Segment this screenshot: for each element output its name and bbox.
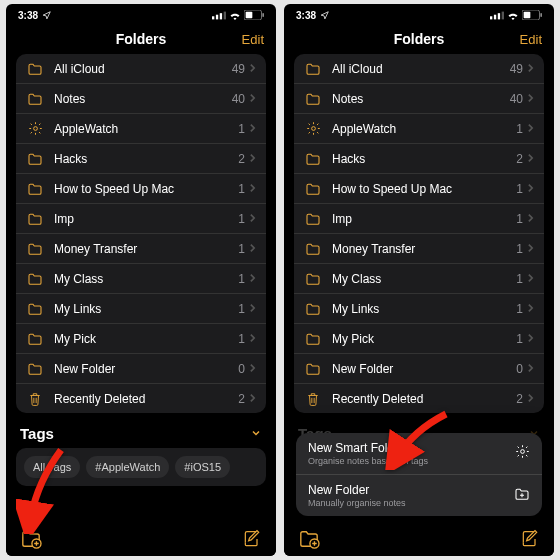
svg-point-19: [521, 450, 525, 454]
folder-icon: [26, 92, 44, 106]
folder-row[interactable]: New Folder0: [16, 354, 266, 384]
folder-row[interactable]: My Pick1: [294, 324, 544, 354]
folder-row[interactable]: My Links1: [16, 294, 266, 324]
svg-rect-5: [246, 12, 253, 19]
folder-count: 1: [516, 242, 523, 256]
folder-count: 1: [238, 122, 245, 136]
folder-icon: [26, 302, 44, 316]
chevron-right-icon: [249, 362, 256, 376]
folder-name: Imp: [54, 212, 238, 226]
wifi-icon: [507, 11, 519, 20]
edit-button[interactable]: Edit: [242, 32, 264, 47]
folder-row[interactable]: Money Transfer1: [16, 234, 266, 264]
svg-point-7: [33, 127, 37, 131]
edit-button[interactable]: Edit: [520, 32, 542, 47]
menu-new-folder[interactable]: New FolderManually organise notes: [296, 475, 542, 516]
folder-count: 1: [516, 272, 523, 286]
menu-item-subtitle: Organise notes based on tags: [308, 456, 428, 466]
folder-row[interactable]: My Class1: [294, 264, 544, 294]
svg-rect-6: [262, 13, 264, 17]
tag-pill[interactable]: #AppleWatch: [86, 456, 169, 478]
folder-count: 2: [238, 152, 245, 166]
chevron-right-icon: [249, 122, 256, 136]
folder-icon: [304, 362, 322, 376]
trash-icon: [26, 391, 44, 407]
new-folder-button[interactable]: [20, 529, 42, 549]
folder-row[interactable]: Recently Deleted2: [16, 384, 266, 413]
folder-count: 0: [516, 362, 523, 376]
folders-list: All iCloud49Notes40AppleWatch1Hacks2How …: [294, 54, 544, 413]
folder-count: 1: [516, 212, 523, 226]
folder-name: My Class: [54, 272, 238, 286]
tag-pill[interactable]: All Tags: [24, 456, 80, 478]
folder-row[interactable]: AppleWatch1: [294, 114, 544, 144]
folder-row[interactable]: Imp1: [294, 204, 544, 234]
folder-row[interactable]: Notes40: [294, 84, 544, 114]
folder-name: My Links: [54, 302, 238, 316]
tag-pill[interactable]: #iOS15: [175, 456, 230, 478]
folder-row[interactable]: Imp1: [16, 204, 266, 234]
tags-header[interactable]: Tags: [6, 413, 276, 448]
folder-count: 49: [232, 62, 245, 76]
chevron-right-icon: [249, 212, 256, 226]
svg-rect-1: [216, 14, 218, 19]
folder-name: My Pick: [54, 332, 238, 346]
folder-row[interactable]: Hacks2: [16, 144, 266, 174]
folder-count: 1: [516, 302, 523, 316]
folder-row[interactable]: Recently Deleted2: [294, 384, 544, 413]
chevron-right-icon: [527, 272, 534, 286]
chevron-right-icon: [527, 392, 534, 406]
menu-new-smart-folder[interactable]: New Smart FolderOrganise notes based on …: [296, 433, 542, 475]
folder-plus-icon: [514, 487, 530, 505]
chevron-right-icon: [249, 242, 256, 256]
folder-row[interactable]: My Class1: [16, 264, 266, 294]
gear-icon: [304, 121, 322, 136]
tags-title: Tags: [20, 425, 54, 442]
location-icon: [320, 11, 329, 20]
chevron-right-icon: [249, 92, 256, 106]
folder-row[interactable]: My Links1: [294, 294, 544, 324]
folder-count: 1: [238, 302, 245, 316]
folder-row[interactable]: All iCloud49: [294, 54, 544, 84]
folder-name: Hacks: [54, 152, 238, 166]
folder-row[interactable]: Notes40: [16, 84, 266, 114]
folder-row[interactable]: How to Speed Up Mac1: [294, 174, 544, 204]
folder-icon: [26, 182, 44, 196]
folder-row[interactable]: Money Transfer1: [294, 234, 544, 264]
battery-icon: [244, 10, 264, 20]
folder-count: 40: [510, 92, 523, 106]
folder-row[interactable]: AppleWatch1: [16, 114, 266, 144]
folder-name: Notes: [54, 92, 232, 106]
svg-rect-2: [220, 13, 222, 19]
folder-name: New Folder: [332, 362, 516, 376]
chevron-down-icon: [250, 425, 262, 442]
folder-name: All iCloud: [54, 62, 232, 76]
folder-row[interactable]: Hacks2: [294, 144, 544, 174]
folder-name: AppleWatch: [54, 122, 238, 136]
phone-right: 3:38 Folders Edit All iCloud49Notes40App…: [284, 4, 554, 556]
chevron-right-icon: [527, 302, 534, 316]
folder-icon: [304, 92, 322, 106]
folder-row[interactable]: How to Speed Up Mac1: [16, 174, 266, 204]
folder-row[interactable]: My Pick1: [16, 324, 266, 354]
phone-left: 3:38 Folders Edit All iCloud49Notes40App…: [6, 4, 276, 556]
status-time: 3:38: [296, 10, 316, 21]
svg-rect-17: [540, 13, 542, 17]
svg-rect-12: [494, 14, 496, 19]
folder-icon: [304, 62, 322, 76]
folder-name: New Folder: [54, 362, 238, 376]
chevron-right-icon: [249, 332, 256, 346]
folder-icon: [304, 212, 322, 226]
compose-button[interactable]: [242, 529, 262, 549]
chevron-right-icon: [527, 332, 534, 346]
status-time: 3:38: [18, 10, 38, 21]
folder-row[interactable]: All iCloud49: [16, 54, 266, 84]
compose-button[interactable]: [520, 529, 540, 549]
chevron-right-icon: [527, 62, 534, 76]
bottom-toolbar: [6, 522, 276, 556]
folder-count: 1: [238, 332, 245, 346]
folder-name: Money Transfer: [54, 242, 238, 256]
menu-item-title: New Smart Folder: [308, 441, 428, 455]
new-folder-button[interactable]: [298, 529, 320, 549]
folder-row[interactable]: New Folder0: [294, 354, 544, 384]
